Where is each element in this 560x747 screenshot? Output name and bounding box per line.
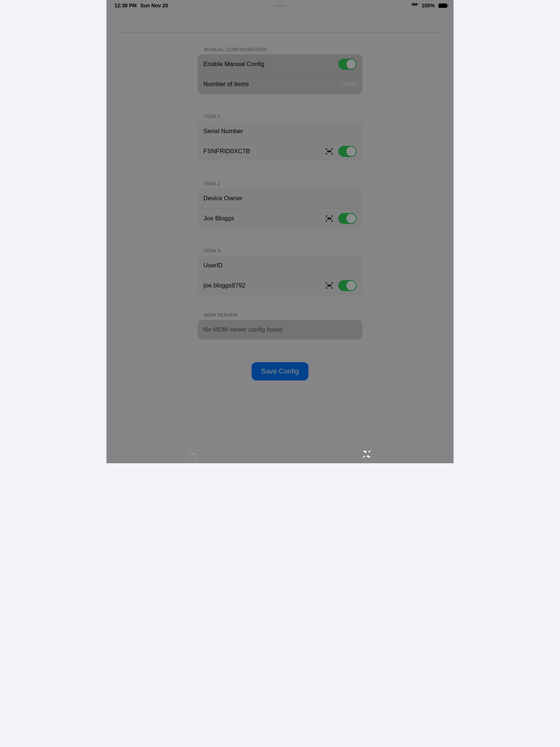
tab-bar <box>106 445 454 463</box>
mdm-status-text: No MDM server config found <box>203 326 282 333</box>
item3-title: UserID <box>203 262 223 269</box>
status-date: Sun Nov 20 <box>140 3 168 8</box>
enable-manual-label: Enable Manual Config <box>203 61 264 68</box>
handoff-dots-icon <box>276 5 285 7</box>
row-item3-title[interactable]: UserID <box>198 256 362 275</box>
row-item2-value[interactable]: Joe Bloggs <box>198 208 362 228</box>
section-header-item2: ITEM 2 <box>198 179 362 189</box>
section-item-3: ITEM 3 UserID joe.bloggs8792 <box>198 246 362 295</box>
section-header-item1: ITEM 1 <box>198 112 362 121</box>
section-header-mdm: MDM SERVER <box>198 310 362 320</box>
svg-rect-0 <box>439 3 447 8</box>
section-manual-config: MANUAL CONFIGURATION Enable Manual Confi… <box>198 44 362 94</box>
item1-value: FSNFRID0XC7B <box>203 148 250 155</box>
row-item1-value[interactable]: FSNFRID0XC7B <box>198 141 362 161</box>
tab-scan[interactable] <box>106 445 280 463</box>
section-item-2: ITEM 2 Device Owner Joe Bloggs <box>198 179 362 228</box>
row-number-of-items[interactable]: Number of items Three <box>198 74 362 94</box>
item1-title: Serial Number <box>203 128 243 135</box>
tab-settings[interactable] <box>280 445 454 463</box>
row-item1-title[interactable]: Serial Number <box>198 121 362 141</box>
item2-title: Device Owner <box>203 195 242 202</box>
scan-barcode-icon[interactable] <box>325 214 333 222</box>
section-header-manual: MANUAL CONFIGURATION <box>198 44 362 54</box>
section-item-1: ITEM 1 Serial Number FSNFRID0XC7B <box>198 112 362 161</box>
battery-icon <box>438 3 448 8</box>
save-config-button[interactable]: Save Config <box>252 362 308 380</box>
battery-percent: 100% <box>421 3 435 8</box>
item1-toggle[interactable] <box>338 146 357 157</box>
row-mdm-status: No MDM server config found <box>198 320 362 340</box>
row-item2-title[interactable]: Device Owner <box>198 189 362 208</box>
enable-manual-toggle[interactable] <box>338 59 357 70</box>
item2-value: Joe Bloggs <box>203 215 234 222</box>
section-header-item3: ITEM 3 <box>198 246 362 256</box>
items-count-value: Three <box>341 81 357 88</box>
status-bar: 12:38 PM Sun Nov 20 100% <box>106 0 454 9</box>
scan-barcode-icon[interactable] <box>325 147 333 155</box>
top-divider <box>116 32 444 32</box>
status-time: 12:38 PM <box>114 3 137 8</box>
section-mdm: MDM SERVER No MDM server config found <box>198 310 362 340</box>
scan-barcode-icon[interactable] <box>325 282 333 290</box>
wifi-icon <box>411 3 418 8</box>
item3-toggle[interactable] <box>338 280 357 291</box>
item2-toggle[interactable] <box>338 213 357 224</box>
row-item3-value[interactable]: joe.bloggs8792 <box>198 275 362 295</box>
svg-rect-1 <box>448 5 448 7</box>
item3-value: joe.bloggs8792 <box>203 282 245 289</box>
row-enable-manual[interactable]: Enable Manual Config <box>198 54 362 74</box>
items-count-label: Number of items <box>203 81 249 88</box>
